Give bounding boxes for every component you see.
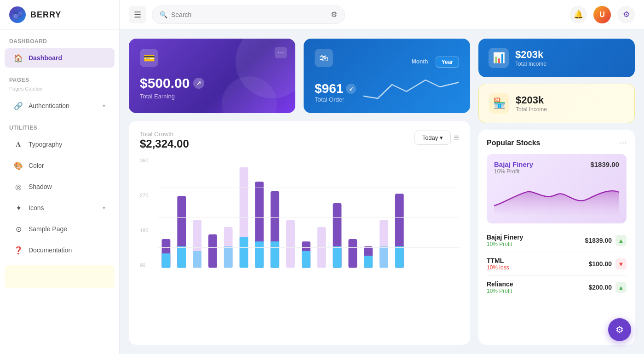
bar-chart-svg	[158, 158, 459, 273]
bar-7-teal	[255, 241, 264, 268]
grid-line-270	[158, 188, 459, 188]
sidebar-item-icons-label: Icons	[29, 204, 44, 211]
sidebar-item-sample-page[interactable]: ⊙ Sample Page	[5, 219, 115, 239]
earning-icon-box: 💳	[140, 49, 158, 67]
floating-settings-button[interactable]: ⚙	[608, 318, 631, 341]
stock-row-2-price: $100.00	[588, 260, 612, 268]
content-right: 📊 $203k Total Income 🏪 $203k Total Incom…	[478, 39, 635, 345]
authentication-icon: 🔗	[14, 101, 23, 110]
sidebar: 🫐 BERRY Dashboard 🏠 Dashboard Pages Page…	[0, 0, 120, 354]
bar-14-teal	[364, 256, 373, 268]
growth-info: Total Growth $2,324.00	[140, 131, 189, 150]
featured-stock-price: $1839.00	[590, 160, 619, 168]
today-button[interactable]: Today ▾	[414, 131, 451, 145]
grid-line-360	[158, 158, 459, 158]
tab-month[interactable]: Month	[406, 57, 434, 68]
floating-settings-icon: ⚙	[615, 324, 624, 335]
stock-row-2: TTML 10% loss $100.00 ▼	[487, 252, 627, 276]
bar-2-teal	[177, 246, 186, 268]
income-blue-icon-box: 📊	[489, 48, 509, 68]
chevron-down-icon-2: ▾	[103, 205, 105, 211]
order-amount-value: $961	[315, 81, 343, 96]
income-blue-amount: $203k	[515, 49, 546, 61]
search-icon: 🔍	[160, 11, 167, 18]
bar-15-blue	[380, 246, 388, 268]
sidebar-item-shadow-label: Shadow	[29, 183, 52, 190]
income-card-yellow: 🏪 $203k Total Income	[478, 84, 635, 123]
stocks-menu-icon[interactable]: ···	[620, 138, 627, 148]
month-year-tabs: Month Year	[406, 57, 459, 68]
bar-1-teal	[162, 253, 171, 268]
search-bar[interactable]: 🔍 ⚙	[152, 6, 345, 24]
search-input[interactable]	[171, 11, 327, 18]
section-utilities-label: Utilities	[0, 116, 119, 134]
stock-row-1: Bajaj Finery 10% Profit $1839.00 ▲	[487, 229, 627, 252]
grid-line-180	[158, 217, 459, 218]
growth-card: Total Growth $2,324.00 Today ▾ ≡	[129, 121, 470, 345]
bar-chart-container: 360 270 180 90	[140, 158, 459, 277]
filter-icon[interactable]: ⚙	[331, 10, 337, 19]
sidebar-item-documentation[interactable]: ❓ Documentation	[5, 240, 115, 260]
order-arrow-icon: ↙	[346, 84, 356, 94]
bar-8-teal	[270, 241, 279, 268]
sidebar-item-dashboard-label: Dashboard	[29, 54, 62, 62]
sidebar-item-icons[interactable]: ✦ Icons ▾	[5, 198, 115, 217]
stock-row-1-badge: ▲	[615, 235, 627, 246]
income-yellow-label: Total Income	[516, 106, 547, 113]
notification-button[interactable]: 🔔	[569, 6, 587, 23]
sidebar-item-typography[interactable]: 𝐀 Typography	[5, 135, 115, 154]
featured-stock-info: Bajaj Finery 10% Profit	[494, 160, 533, 175]
growth-amount: $2,324.00	[140, 137, 189, 150]
stock-row-1-info: Bajaj Finery 10% Profit	[487, 234, 581, 247]
tab-year[interactable]: Year	[436, 57, 459, 68]
bar-10-teal	[302, 251, 310, 268]
bar-6-teal	[240, 237, 248, 268]
featured-stock-top: Bajaj Finery 10% Profit $1839.00	[494, 160, 619, 175]
bar-5-blue	[224, 246, 233, 268]
sample-page-icon: ⊙	[14, 224, 23, 234]
sidebar-item-dashboard[interactable]: 🏠 Dashboard	[5, 48, 115, 68]
stock-row-2-name: TTML	[487, 257, 585, 264]
content-area: ··· 💳 $500.00 ↗ Total Earning 🛍	[120, 29, 644, 354]
stock-row-3-name: Reliance	[487, 280, 585, 288]
y-label-360: 360	[140, 158, 148, 163]
sidebar-item-shadow[interactable]: ◎ Shadow	[5, 177, 115, 196]
avatar[interactable]: U	[593, 6, 611, 23]
stock-row-3-badge: ▲	[615, 282, 627, 293]
stocks-title: Popular Stocks	[487, 139, 540, 147]
topbar: ☰ 🔍 ⚙ 🔔 U ⚙	[120, 0, 644, 29]
cards-row: ··· 💳 $500.00 ↗ Total Earning 🛍	[129, 39, 470, 113]
y-axis: 360 270 180 90	[140, 158, 148, 268]
chart-menu-icon[interactable]: ≡	[454, 132, 459, 143]
order-icon-box: 🛍	[315, 49, 333, 67]
bar-4-purple	[208, 234, 217, 268]
earning-arrow-icon: ↗	[193, 78, 204, 89]
menu-button[interactable]: ☰	[129, 6, 146, 23]
earning-icon: 💳	[144, 52, 155, 63]
sidebar-item-authentication[interactable]: 🔗 Authentication ▾	[5, 96, 115, 115]
pages-caption: Pages Caption	[0, 86, 119, 95]
documentation-icon: ❓	[14, 246, 23, 255]
bar-3-blue	[193, 251, 201, 268]
settings-button[interactable]: ⚙	[617, 6, 635, 23]
sidebar-item-color-label: Color	[29, 162, 44, 169]
earning-card-menu[interactable]: ···	[275, 47, 287, 58]
y-label-270: 270	[140, 193, 148, 198]
stocks-card: Popular Stocks ··· Bajaj Finery 10% Prof…	[478, 130, 635, 345]
order-card-bottom: $961 ↙ Total Order	[315, 75, 459, 103]
income-yellow-icon: 🏪	[493, 97, 506, 109]
stock-row-2-badge: ▼	[615, 258, 627, 269]
shadow-icon: ◎	[14, 182, 23, 191]
icons-icon: ✦	[14, 203, 23, 212]
earning-label: Total Earning	[140, 93, 284, 100]
order-label: Total Order	[315, 96, 356, 103]
income-yellow-amount: $203k	[516, 94, 547, 106]
stock-row-2-change: 10% loss	[487, 264, 585, 271]
bar-12-teal	[333, 246, 342, 268]
earning-amount: $500.00 ↗	[140, 75, 284, 91]
logo-emoji: 🫐	[12, 10, 23, 20]
y-label-180: 180	[140, 228, 148, 233]
featured-stock-name: Bajaj Finery	[494, 160, 533, 168]
stock-row-3-price: $200.00	[588, 284, 612, 291]
sidebar-item-color[interactable]: 🎨 Color	[5, 156, 115, 175]
